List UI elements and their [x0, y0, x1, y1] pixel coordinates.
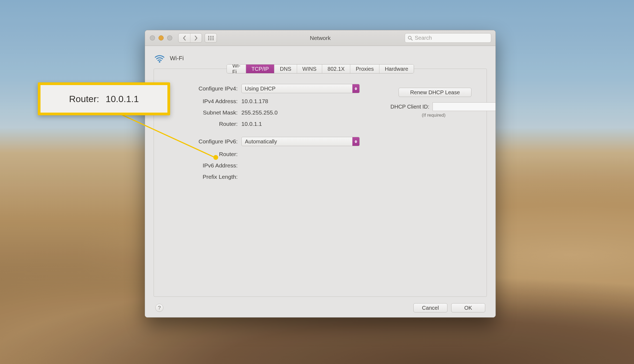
cancel-button[interactable]: Cancel — [413, 303, 447, 312]
configure-ipv4-value: Using DHCP — [245, 86, 275, 92]
chevron-right-icon — [194, 36, 198, 41]
svg-rect-1 — [208, 36, 209, 37]
ipv4-address-label: IPv4 Address: — [163, 98, 241, 105]
svg-point-12 — [159, 61, 160, 63]
wifi-icon — [154, 52, 166, 65]
select-caret-icon — [352, 137, 359, 146]
tab-8021x[interactable]: 802.1X — [322, 65, 350, 73]
svg-rect-3 — [213, 36, 214, 37]
zoom-traffic-light[interactable] — [167, 35, 172, 41]
minimize-traffic-light[interactable] — [158, 35, 164, 41]
ipv4-address-value: 10.0.1.178 — [241, 98, 268, 105]
titlebar: Network — [145, 30, 495, 46]
svg-rect-2 — [210, 36, 211, 37]
svg-rect-5 — [210, 38, 211, 39]
forward-button[interactable] — [190, 33, 202, 42]
grid-icon — [208, 36, 214, 40]
nav-back-forward — [178, 33, 202, 43]
interface-header: Wi-Fi — [154, 52, 487, 65]
dhcp-client-id-input[interactable] — [433, 102, 496, 111]
interface-name: Wi-Fi — [170, 55, 184, 62]
router-callout: Router: 10.0.1.1 — [38, 82, 170, 115]
svg-line-11 — [411, 39, 412, 40]
callout-value: 10.0.1.1 — [106, 94, 139, 104]
svg-rect-6 — [213, 38, 214, 39]
svg-rect-8 — [210, 39, 211, 40]
network-preferences-window: Network Wi-Fi Wi-Fi TCP/IP DNS WINS 802.… — [145, 30, 496, 318]
dhcp-client-id-label: DHCP Client ID: — [390, 104, 429, 110]
callout-label: Router: — [69, 94, 99, 104]
back-button[interactable] — [178, 33, 190, 42]
svg-rect-7 — [208, 39, 209, 40]
configure-ipv4-select[interactable]: Using DHCP — [241, 84, 360, 93]
annotation-line — [116, 111, 230, 165]
search-icon — [408, 36, 413, 41]
show-all-segment — [205, 33, 217, 43]
configure-ipv6-value: Automatically — [245, 139, 277, 145]
search-input[interactable] — [415, 35, 488, 41]
sheet-footer: ? Cancel OK — [154, 299, 487, 312]
dhcp-side-column: Renew DHCP Lease DHCP Client ID: (If req… — [390, 88, 477, 118]
tab-bar: Wi-Fi TCP/IP DNS WINS 802.1X Proxies Har… — [227, 64, 414, 73]
tab-dns[interactable]: DNS — [274, 65, 297, 73]
svg-rect-4 — [208, 38, 209, 39]
prefix-length-label: Prefix Length: — [163, 174, 241, 180]
svg-line-0 — [119, 113, 216, 158]
ipv4-router-value: 10.0.1.1 — [241, 121, 262, 127]
configure-ipv6-select[interactable]: Automatically — [241, 137, 360, 146]
tab-proxies[interactable]: Proxies — [350, 65, 379, 73]
annotation-dot — [213, 155, 218, 160]
svg-rect-9 — [213, 39, 214, 40]
configure-ipv4-label: Configure IPv4: — [163, 85, 241, 92]
tab-hardware[interactable]: Hardware — [379, 65, 414, 73]
renew-dhcp-button[interactable]: Renew DHCP Lease — [399, 88, 471, 97]
window-content: Wi-Fi Wi-Fi TCP/IP DNS WINS 802.1X Proxi… — [145, 46, 495, 317]
select-caret-icon — [352, 84, 359, 93]
show-all-button[interactable] — [205, 33, 217, 42]
tab-tcpip[interactable]: TCP/IP — [246, 65, 274, 73]
close-traffic-light[interactable] — [150, 35, 155, 41]
search-field-wrap[interactable] — [405, 33, 491, 43]
ok-button[interactable]: OK — [451, 303, 485, 312]
tab-wifi[interactable]: Wi-Fi — [227, 65, 246, 73]
window-controls — [150, 35, 172, 41]
help-button[interactable]: ? — [155, 304, 163, 312]
subnet-mask-value: 255.255.255.0 — [241, 109, 278, 116]
dhcp-if-required-note: (If required) — [390, 113, 477, 118]
chevron-left-icon — [183, 36, 186, 41]
tab-wins[interactable]: WINS — [297, 65, 322, 73]
settings-panel: Wi-Fi TCP/IP DNS WINS 802.1X Proxies Har… — [154, 69, 487, 297]
